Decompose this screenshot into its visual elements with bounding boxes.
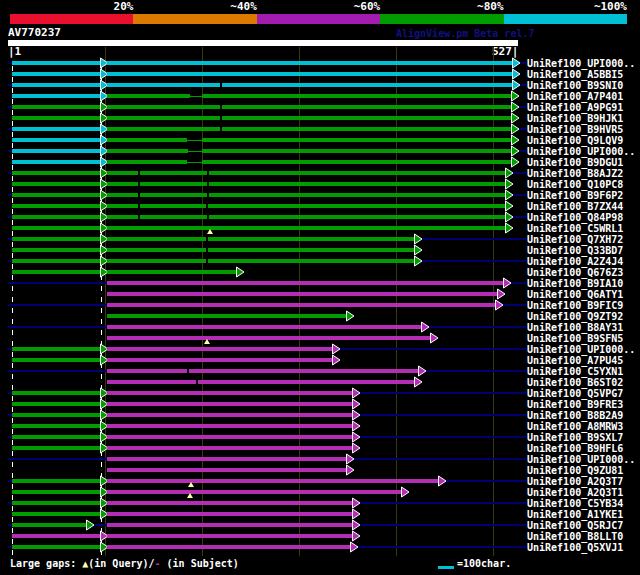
hsp-bar-right (107, 380, 414, 384)
hsp-bar-right (107, 545, 350, 549)
gap-notch (138, 171, 140, 175)
scale-line-icon (438, 566, 454, 569)
ruler-start-label: |1 (8, 46, 21, 58)
hit-label: UniRef100_B9HVR5 (527, 124, 623, 135)
hsp-bar-right (107, 347, 332, 351)
hit-label: UniRef100_Q9ZT92 (527, 311, 623, 322)
legend-subject-text: (in Subject) (161, 558, 239, 570)
hsp-bar-left (12, 413, 100, 417)
query-gap-marker (207, 229, 213, 234)
hsp-bar-right (107, 303, 495, 307)
hsp-bar-left (12, 171, 100, 175)
arrowhead-icon (332, 354, 341, 366)
gap-notch (138, 182, 140, 186)
hsp-bar-right (107, 501, 352, 505)
hsp-bar-left (12, 391, 100, 395)
hit-label: UniRef100_B6ST02 (527, 377, 623, 388)
hsp-bar-left (12, 61, 100, 65)
hsp-bar-right (107, 237, 414, 241)
hsp-bar-right (107, 490, 401, 494)
arrowhead-icon (350, 541, 359, 553)
hit-label: UniRef100_A9PG91 (527, 102, 623, 113)
hsp-bar-right (107, 369, 418, 373)
hsp-bar-left (12, 446, 100, 450)
hit-label: UniRef100_Q676Z3 (527, 267, 623, 278)
gap-notch (138, 215, 140, 219)
hit-label: UniRef100_C5WRL1 (527, 223, 623, 234)
arrowhead-icon (346, 310, 355, 322)
hsp-bar-left (12, 215, 100, 219)
hit-label: UniRef100_Q10PC8 (527, 179, 623, 190)
hsp-bar-right (107, 193, 505, 197)
hsp-bar-left (12, 270, 100, 274)
hit-label: UniRef100_B8B2A9 (527, 410, 623, 421)
watermark: AlignView.pm Beta rel.7 (396, 28, 534, 39)
hsp-bar-right (107, 534, 352, 538)
identity-scale-label: ~40% (230, 1, 257, 13)
hsp-bar-left (12, 193, 100, 197)
gap-notch (220, 83, 222, 87)
hit-label: UniRef100_B8AY31 (527, 322, 623, 333)
hsp-bar-left (12, 347, 100, 351)
hsp-bar-left (12, 105, 100, 109)
identity-scale-label: ~60% (354, 1, 381, 13)
hsp-bar-left (12, 116, 100, 120)
query-gap-marker (188, 482, 194, 487)
hsp-bar-right (107, 138, 511, 142)
hsp-bar-left (12, 512, 100, 516)
gap-notch (138, 193, 140, 197)
hsp-bar-right (107, 204, 505, 208)
hit-label: UniRef100_B8LLT0 (527, 531, 623, 542)
hsp-bar-left (12, 402, 100, 406)
query-bar (8, 40, 518, 46)
hsp-bar-left (12, 259, 100, 263)
arrowhead-icon (505, 222, 514, 234)
hsp-bar-right (107, 435, 352, 439)
arrowhead-icon (346, 464, 355, 476)
hit-label: UniRef100_A7PU45 (527, 355, 623, 366)
hit-label: UniRef100_Q9LQV9 (527, 135, 623, 146)
gap-notch (207, 171, 209, 175)
hsp-bar-right (107, 105, 511, 109)
hsp-bar-left (12, 127, 100, 131)
query-gap-marker (204, 339, 210, 344)
arrowhead-icon (414, 255, 423, 267)
gap-notch (206, 259, 208, 263)
gap-notch (220, 127, 222, 131)
hit-label: UniRef100_Q5VPG7 (527, 388, 623, 399)
arrowhead-icon (430, 332, 439, 344)
subject-gap-line (187, 140, 202, 141)
gap-notch (206, 204, 208, 208)
hit-label: UniRef100_B9SNI0 (527, 80, 623, 91)
hsp-bar-left (12, 160, 100, 164)
hsp-bar-left (12, 248, 100, 252)
gap-notch (207, 182, 209, 186)
hsp-bar-right (107, 61, 512, 65)
hsp-bar-right (107, 83, 512, 87)
hsp-bar-left (12, 435, 100, 439)
hit-label: UniRef100_Q7XH72 (527, 234, 623, 245)
hit-label: UniRef100_Q33BD7 (527, 245, 623, 256)
hsp-bar-left (12, 534, 100, 538)
hsp-bar-left (12, 138, 100, 142)
identity-scale-label: ~100% (594, 1, 627, 13)
identity-scale-segment (133, 14, 256, 24)
hsp-bar-left (12, 358, 100, 362)
hit-label: UniRef100_Q5XVJ1 (527, 542, 623, 553)
hsp-bar-left (12, 204, 100, 208)
hsp-bar-right (107, 446, 352, 450)
hit-label: UniRef100_A2Z4J4 (527, 256, 623, 267)
hsp-bar-right (107, 336, 430, 340)
hsp-bar-left (12, 424, 100, 428)
subject-gap-line (190, 96, 202, 97)
hsp-bar-right (107, 149, 511, 153)
hit-label: UniRef100_A8MRW3 (527, 421, 623, 432)
hsp-bar-right (107, 259, 414, 263)
gap-notch (206, 248, 208, 252)
hit-label: UniRef100_B9DGU1 (527, 157, 623, 168)
hsp-bar-right (107, 226, 505, 230)
hit-label: UniRef100_C5YB34 (527, 498, 623, 509)
arrowhead-icon (401, 486, 410, 498)
hsp-bar-right (107, 292, 497, 296)
hsp-bar-right (107, 160, 511, 164)
